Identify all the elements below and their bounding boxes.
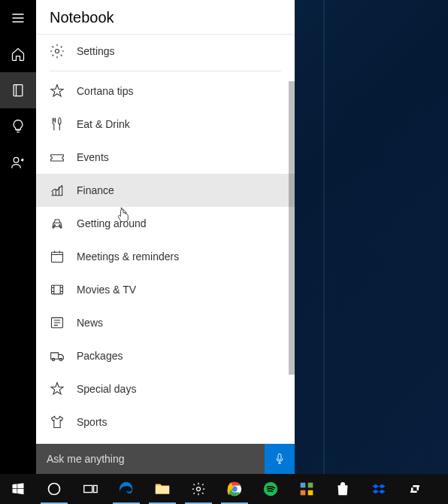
ticket-icon (50, 150, 65, 165)
film-icon (50, 282, 65, 297)
news-item[interactable]: News (36, 306, 295, 339)
settings-item[interactable]: Settings (36, 35, 295, 68)
panel-title: Notebook (36, 0, 295, 34)
eat-drink-item[interactable]: Eat & Drink (36, 108, 295, 141)
hamburger-button[interactable] (0, 0, 36, 36)
item-label: Movies & TV (77, 284, 136, 296)
svg-rect-20 (308, 490, 313, 496)
car-icon (50, 216, 65, 231)
chrome-button[interactable] (216, 474, 253, 504)
svg-point-2 (56, 50, 59, 53)
svg-rect-17 (301, 483, 306, 488)
feedback-button[interactable] (0, 144, 36, 181)
store-button[interactable] (325, 474, 361, 504)
taskview-button[interactable] (72, 474, 108, 504)
scrollbar[interactable] (289, 81, 295, 375)
start-button[interactable] (0, 474, 36, 504)
taskview-icon (81, 480, 99, 498)
item-label: Meetings & reminders (77, 250, 179, 263)
shopping-bag-icon (334, 480, 352, 498)
svg-rect-12 (94, 485, 98, 492)
windows-icon (9, 480, 27, 498)
notebook-list: Settings Cortana tips Eat & Drink (36, 34, 295, 444)
gear-icon (189, 480, 207, 498)
item-label: Finance (77, 184, 114, 196)
truck-icon (50, 348, 65, 363)
chrome-icon (226, 480, 244, 498)
slack-button[interactable] (397, 474, 433, 504)
apps-icon (298, 480, 316, 498)
item-label: Settings (77, 45, 115, 57)
utensils-icon (50, 117, 65, 132)
movies-tv-item[interactable]: Movies & TV (36, 273, 295, 306)
slack-icon (406, 480, 424, 498)
special-days-item[interactable]: Special days (36, 372, 295, 405)
svg-point-8 (52, 358, 54, 360)
newspaper-icon (50, 315, 65, 330)
svg-point-1 (14, 157, 19, 162)
svg-point-10 (49, 484, 60, 495)
cortana-tips-item[interactable]: Cortana tips (36, 74, 295, 108)
gear-icon (50, 44, 65, 59)
svg-rect-0 (14, 85, 23, 96)
svg-point-4 (59, 225, 61, 226)
getting-around-item[interactable]: Getting around (36, 207, 295, 240)
cortana-notebook-panel: Notebook Settings Cortana tips (0, 0, 295, 474)
divider (50, 71, 281, 71)
svg-rect-19 (301, 490, 306, 496)
folder-icon (153, 480, 171, 498)
notebook-button[interactable] (0, 72, 36, 108)
shirt-icon (50, 414, 65, 430)
svg-rect-6 (52, 285, 63, 294)
spotify-icon (262, 480, 280, 498)
dropbox-button[interactable] (361, 474, 397, 504)
dropbox-icon (370, 480, 388, 498)
svg-rect-11 (84, 485, 92, 492)
item-label: Events (77, 151, 109, 163)
item-label: Getting around (77, 217, 147, 229)
star-icon (50, 381, 65, 396)
item-label: Packages (77, 350, 123, 362)
svg-point-9 (59, 358, 62, 360)
item-label: Sports (77, 416, 107, 428)
item-label: Cortana tips (77, 85, 133, 97)
calendar-icon (50, 249, 65, 264)
left-rail (0, 0, 36, 474)
item-label: Eat & Drink (77, 118, 130, 130)
search-bar (36, 444, 295, 474)
meetings-item[interactable]: Meetings & reminders (36, 240, 295, 273)
svg-rect-5 (52, 252, 63, 262)
sports-item[interactable]: Sports (36, 405, 295, 439)
finance-item[interactable]: Finance (36, 174, 295, 207)
svg-point-13 (197, 487, 201, 491)
star-icon (50, 83, 65, 99)
cortana-icon (45, 480, 63, 498)
edge-button[interactable] (108, 474, 144, 504)
cortana-taskbar-button[interactable] (36, 474, 72, 504)
taskbar (0, 474, 448, 504)
lightbulb-button[interactable] (0, 108, 36, 144)
settings-taskbar-button[interactable] (180, 474, 216, 504)
svg-point-3 (54, 225, 56, 226)
notebook-main: Notebook Settings Cortana tips (36, 0, 295, 474)
spotify-button[interactable] (253, 474, 289, 504)
svg-rect-18 (308, 483, 313, 488)
home-button[interactable] (0, 36, 36, 72)
search-input[interactable] (36, 453, 265, 465)
edge-icon (117, 480, 135, 498)
file-explorer-button[interactable] (144, 474, 180, 504)
packages-item[interactable]: Packages (36, 339, 295, 372)
apps-button[interactable] (289, 474, 325, 504)
chart-icon (50, 183, 65, 198)
item-label: Special days (77, 383, 136, 395)
events-item[interactable]: Events (36, 141, 295, 174)
item-label: News (77, 317, 103, 329)
microphone-button[interactable] (265, 444, 295, 474)
